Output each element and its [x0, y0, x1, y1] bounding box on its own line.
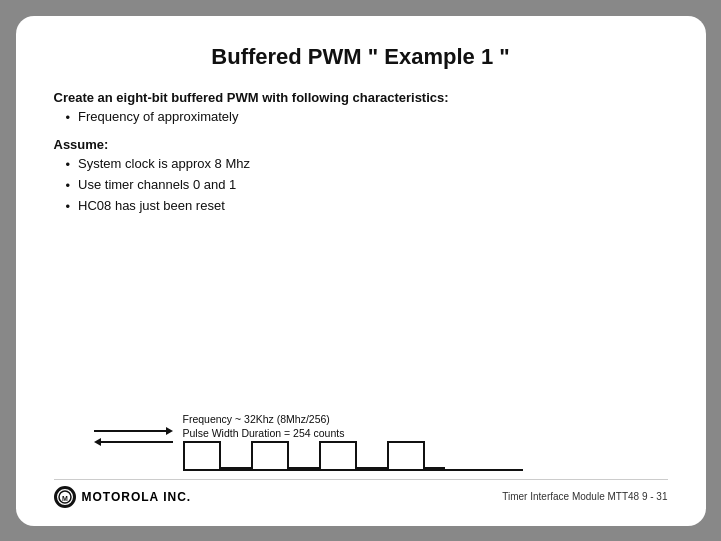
bullet-dot-4: • — [66, 198, 71, 216]
intro-bullets: • Frequency of approximately — [66, 109, 668, 127]
waveform-boxes — [183, 441, 523, 469]
intro-bullet-1: • Frequency of approximately — [66, 109, 668, 127]
arrows-column — [94, 427, 173, 449]
slide-footer: M MOTOROLA INC. Timer Interface Module M… — [54, 479, 668, 508]
assume-bullet-2: • Use timer channels 0 and 1 — [66, 177, 668, 195]
wave-box-1 — [183, 441, 221, 469]
wave-box-3 — [319, 441, 357, 469]
arrow-left-row — [94, 438, 173, 446]
motorola-icon: M — [54, 486, 76, 508]
pwm-diagram-area: Frequency ~ 32Khz (8Mhz/256) Pulse Width… — [94, 413, 668, 471]
assume-bullets: • System clock is approx 8 Mhz • Use tim… — [66, 156, 668, 217]
arrowhead-left-1 — [94, 438, 101, 446]
freq-label-line2: Pulse Width Duration = 254 counts — [183, 427, 523, 439]
bullet-dot-3: • — [66, 177, 71, 195]
h-line-2 — [101, 441, 173, 443]
slide-title: Buffered PWM " Example 1 " — [54, 44, 668, 70]
waveform-baseline — [183, 469, 523, 471]
arrowhead-right-1 — [166, 427, 173, 435]
intro-label: Create an eight-bit buffered PWM with fo… — [54, 90, 668, 105]
h-line-1 — [94, 430, 166, 432]
footer-page-info: Timer Interface Module MTT48 9 - 31 — [502, 491, 667, 502]
bullet-dot-2: • — [66, 156, 71, 174]
bullet-dot: • — [66, 109, 71, 127]
motorola-m-svg: M — [58, 490, 72, 504]
freq-label-line1: Frequency ~ 32Khz (8Mhz/256) — [183, 413, 523, 425]
assume-label: Assume: — [54, 137, 668, 152]
arrow-right-row — [94, 427, 173, 435]
wave-box-4 — [387, 441, 425, 469]
slide: Buffered PWM " Example 1 " Create an eig… — [16, 16, 706, 526]
slide-content: Create an eight-bit buffered PWM with fo… — [54, 90, 668, 403]
assume-bullet-3: • HC08 has just been reset — [66, 198, 668, 216]
waveform-column: Frequency ~ 32Khz (8Mhz/256) Pulse Width… — [183, 413, 523, 471]
motorola-text: MOTOROLA INC. — [82, 490, 192, 504]
svg-text:M: M — [62, 494, 68, 501]
assume-bullet-1: • System clock is approx 8 Mhz — [66, 156, 668, 174]
wave-box-2 — [251, 441, 289, 469]
motorola-logo: M MOTOROLA INC. — [54, 486, 192, 508]
